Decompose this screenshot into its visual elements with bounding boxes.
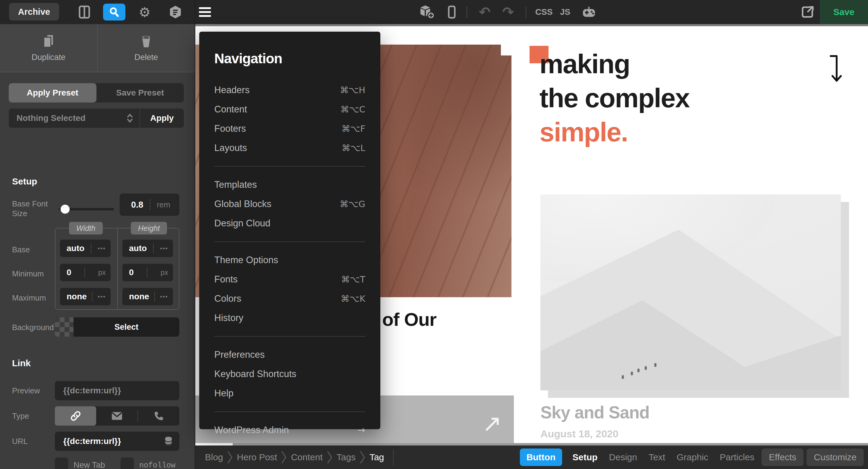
base-width-input[interactable]: auto ••• (60, 240, 111, 257)
menu-item-history[interactable]: History (214, 308, 365, 327)
max-width-input[interactable]: none ••• (60, 288, 111, 305)
background-select-button[interactable]: Select (73, 317, 179, 337)
main-menu-button[interactable] (199, 7, 211, 17)
apply-preset-tab[interactable]: Apply Preset (9, 83, 96, 102)
min-height-unit[interactable]: px (161, 268, 168, 277)
hiker-figure (645, 366, 647, 370)
menu-item-fonts[interactable]: Fonts ⌘⌥T (214, 270, 365, 289)
max-width-options[interactable]: ••• (98, 293, 106, 300)
device-preview-button[interactable] (444, 0, 459, 24)
min-width-input[interactable]: 0 px (60, 264, 111, 281)
link-preview-field[interactable]: {{dc:term:url}} (55, 381, 179, 400)
add-cube-icon (420, 5, 435, 19)
menu-item-headers[interactable]: Headers ⌘⌥H (214, 81, 365, 100)
base-width-options[interactable]: ••• (98, 245, 106, 252)
link-type-url[interactable] (55, 406, 96, 426)
url-field[interactable]: {{dc:term:url}} (55, 432, 179, 451)
menu-item-preferences[interactable]: Preferences (214, 345, 365, 365)
preset-select[interactable]: Nothing Selected (9, 108, 140, 128)
slider-knob[interactable] (61, 205, 70, 214)
preview-post-date[interactable]: August 18, 2020 (540, 428, 618, 440)
redo-button[interactable]: ↷ (499, 0, 517, 24)
input-divider (147, 268, 147, 277)
menu-item-layouts[interactable]: Layouts ⌘⌥L (214, 138, 365, 158)
duplicate-button[interactable]: Duplicate (0, 24, 97, 72)
menu-item-shortcut: ⌘⌥C (340, 104, 365, 115)
save-button[interactable]: Save (820, 0, 868, 24)
menu-item-templates[interactable]: Templates (214, 175, 365, 194)
trash-icon (140, 34, 153, 49)
nofollow-label: nofollow (139, 461, 176, 469)
effects-button[interactable]: Effects (762, 448, 804, 466)
customize-button[interactable]: Customize (807, 448, 864, 466)
preview-hero-heading[interactable]: making the complex simple. (539, 47, 811, 149)
chevron-right-icon (227, 450, 233, 464)
nofollow-checkbox[interactable] (121, 458, 134, 469)
max-height-input[interactable]: none ••• (122, 288, 173, 305)
menu-item-label: Theme Options (214, 255, 278, 265)
base-height-input[interactable]: auto ••• (122, 240, 173, 257)
preset-select-value: Nothing Selected (17, 113, 86, 123)
tab-graphic[interactable]: Graphic (673, 452, 712, 462)
breadcrumb-tags[interactable]: Tags (337, 452, 355, 462)
breadcrumb-tag[interactable]: Tag (370, 452, 384, 462)
scrollbar-thumb[interactable] (195, 443, 233, 445)
menu-item-wordpress-admin[interactable]: WordPress Admin → (214, 420, 365, 440)
breadcrumb-blog[interactable]: Blog (205, 452, 223, 462)
preview-post-title[interactable]: Sky and Sand (540, 402, 650, 422)
menu-item-label: Colors (214, 293, 241, 304)
preview-label: Preview (12, 386, 51, 396)
tab-text[interactable]: Text (644, 452, 670, 462)
settings-button[interactable]: ⚙ (135, 0, 154, 24)
breadcrumb-hero-post[interactable]: Hero Post (237, 452, 277, 462)
min-height-input[interactable]: 0 px (122, 264, 173, 281)
preset-apply-button[interactable]: Apply (140, 108, 184, 128)
base-font-size-unit[interactable]: rem (157, 200, 170, 210)
base-font-size-slider[interactable] (59, 208, 114, 210)
base-height-options[interactable]: ••• (160, 245, 168, 252)
preview-partial-heading[interactable]: of Our (382, 309, 436, 330)
url-value: {{dc:term:url}} (63, 436, 121, 446)
preview-bottom-scrollbar[interactable] (195, 443, 868, 445)
layout-columns-button[interactable] (75, 0, 93, 24)
dynamic-content-icon[interactable] (164, 436, 173, 446)
input-divider (153, 244, 154, 253)
max-height-options[interactable]: ••• (160, 293, 168, 300)
element-type-pill[interactable]: Button (520, 448, 562, 466)
link-type-phone[interactable] (138, 406, 179, 426)
menu-item-global-blocks[interactable]: Global Blocks ⌘⌥G (214, 194, 365, 214)
search-button[interactable] (103, 4, 125, 21)
add-element-button[interactable] (418, 0, 437, 24)
tab-particles[interactable]: Particles (715, 452, 758, 462)
playground-button[interactable] (580, 0, 598, 24)
link-type-email[interactable] (96, 406, 137, 426)
menu-item-theme-options[interactable]: Theme Options (214, 250, 365, 270)
scroll-down-arrow[interactable] (828, 54, 843, 84)
menu-divider (214, 242, 365, 242)
menu-item-colors[interactable]: Colors ⌘⌥K (214, 289, 365, 308)
transparency-swatch[interactable] (55, 317, 73, 337)
menu-item-content[interactable]: Content ⌘⌥C (214, 100, 365, 119)
js-editor-button[interactable]: JS (560, 0, 570, 24)
undo-button[interactable]: ↶ (475, 0, 494, 24)
hero-line-3: simple. (539, 115, 811, 149)
menu-item-design-cloud[interactable]: Design Cloud (214, 214, 365, 233)
preview-top-scrollbar[interactable] (195, 24, 868, 26)
stack-button[interactable] (166, 0, 184, 24)
delete-button[interactable]: Delete (97, 24, 195, 72)
base-font-size-input[interactable]: 0.8 rem (120, 193, 179, 216)
tab-setup[interactable]: Setup (568, 452, 601, 462)
chevron-right-icon (360, 450, 365, 464)
menu-item-footers[interactable]: Footers ⌘⌥F (214, 119, 365, 138)
tab-design[interactable]: Design (605, 452, 641, 462)
save-preset-tab[interactable]: Save Preset (96, 83, 184, 102)
min-width-unit[interactable]: px (98, 268, 106, 277)
open-preview-button[interactable] (798, 0, 817, 24)
menu-item-keyboard-shortcuts[interactable]: Keyboard Shortcuts (214, 365, 365, 384)
breadcrumb-content[interactable]: Content (291, 452, 322, 462)
archive-button[interactable]: Archive (9, 3, 59, 21)
css-editor-button[interactable]: CSS (535, 0, 553, 24)
new-tab-checkbox[interactable] (55, 458, 68, 469)
menu-item-help[interactable]: Help (214, 384, 365, 403)
mountain-image[interactable] (540, 194, 841, 390)
